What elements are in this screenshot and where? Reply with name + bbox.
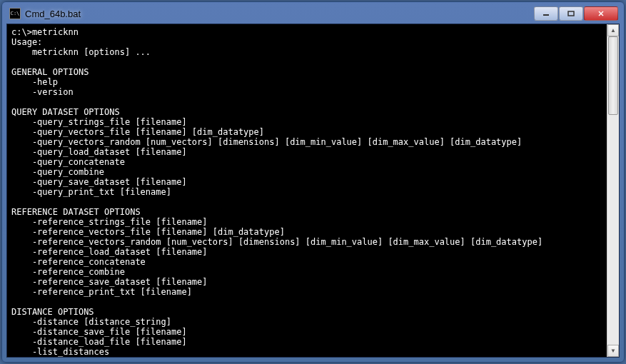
maximize-icon (567, 10, 575, 17)
window-frame: C:\ Cmd_64b.bat c:\>metricknn Usage: met… (1, 1, 625, 363)
window-controls (534, 6, 618, 21)
svg-rect-1 (568, 11, 574, 16)
scrollbar[interactable]: ▲ ▼ (607, 24, 619, 357)
scroll-up-button[interactable]: ▲ (607, 24, 619, 36)
console-container: c:\>metricknn Usage: metricknn [options]… (6, 24, 620, 358)
minimize-button[interactable] (534, 6, 558, 21)
scroll-track[interactable] (607, 36, 619, 345)
console-output[interactable]: c:\>metricknn Usage: metricknn [options]… (7, 24, 607, 357)
minimize-icon (542, 10, 550, 17)
close-icon (597, 10, 605, 17)
titlebar[interactable]: C:\ Cmd_64b.bat (6, 6, 620, 24)
scroll-down-button[interactable]: ▼ (607, 345, 619, 357)
maximize-button[interactable] (559, 6, 583, 21)
close-button[interactable] (584, 6, 618, 21)
window-title: Cmd_64b.bat (25, 9, 534, 19)
scroll-thumb[interactable] (608, 36, 618, 115)
app-icon: C:\ (9, 8, 21, 19)
